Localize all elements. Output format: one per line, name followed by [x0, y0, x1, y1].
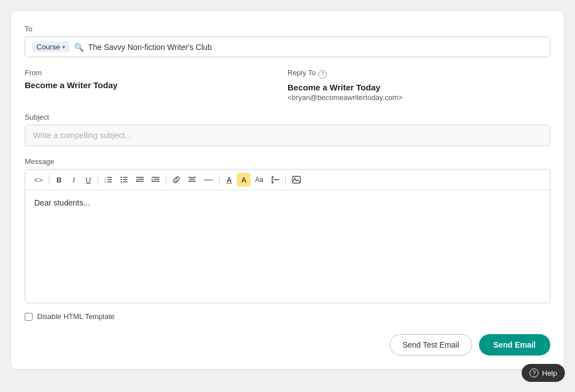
svg-rect-23 [273, 179, 279, 180]
toolbar-line-height-btn[interactable] [268, 173, 282, 186]
toolbar-bold-btn[interactable]: B [52, 173, 66, 186]
course-dropdown-arrow: ▾ [62, 44, 65, 50]
footer-actions: Send Test Email Send Email [25, 334, 550, 355]
subject-input[interactable] [25, 125, 550, 146]
help-fab-label: Help [542, 369, 557, 377]
to-label: To [25, 25, 550, 33]
disable-html-row: Disable HTML Template [25, 312, 550, 321]
svg-rect-13 [138, 179, 144, 180]
toolbar-font-size-btn[interactable]: Aa [252, 173, 267, 186]
reply-to-label-row: Reply To ? [288, 69, 550, 80]
toolbar-sep-5 [285, 175, 286, 185]
from-section: From Become a Writer Today [25, 69, 288, 102]
toolbar-indent-btn[interactable] [148, 173, 163, 186]
disable-html-label: Disable HTML Template [37, 312, 115, 321]
to-search-input[interactable] [88, 43, 543, 52]
toolbar-list-unordered-btn[interactable] [117, 173, 131, 186]
reply-to-section: Reply To ? Become a Writer Today <bryan@… [288, 69, 550, 102]
svg-rect-0 [107, 177, 112, 178]
svg-rect-17 [154, 179, 159, 180]
toolbar-hr-btn[interactable]: — [200, 173, 216, 186]
svg-point-9 [121, 177, 122, 178]
send-test-email-button[interactable]: Send Test Email [390, 334, 472, 355]
toolbar-bg-color-btn[interactable]: A [237, 173, 250, 186]
reply-to-label: Reply To [288, 69, 316, 77]
help-fab[interactable]: ? Help [522, 364, 565, 382]
editor-body[interactable]: Dear students... [25, 190, 550, 303]
svg-rect-21 [189, 179, 195, 180]
course-badge[interactable]: Course ▾ [32, 42, 70, 52]
to-row: Course ▾ 🔍 [25, 37, 550, 57]
from-reply-row: From Become a Writer Today Reply To ? Be… [25, 69, 550, 102]
toolbar-image-btn[interactable] [289, 173, 304, 186]
toolbar-sep-3 [166, 175, 166, 185]
subject-label: Subject [25, 113, 550, 121]
svg-rect-8 [123, 181, 127, 183]
toolbar-sep-2 [98, 175, 98, 185]
svg-rect-16 [152, 177, 159, 178]
toolbar-code-btn[interactable]: <> [31, 173, 46, 186]
svg-rect-26 [272, 177, 273, 182]
svg-rect-18 [152, 181, 159, 182]
svg-rect-12 [136, 177, 144, 178]
editor-container: <> B I U 1 2 3 [25, 169, 550, 303]
svg-marker-24 [271, 176, 274, 177]
subject-section: Subject [25, 113, 550, 146]
svg-rect-2 [107, 181, 112, 183]
to-section: To Course ▾ 🔍 [25, 25, 550, 57]
disable-html-checkbox[interactable] [25, 313, 33, 321]
toolbar-underline-btn[interactable]: U [81, 173, 95, 186]
search-icon: 🔍 [74, 43, 84, 52]
toolbar-link-btn[interactable] [169, 173, 184, 186]
toolbar-align-btn[interactable] [185, 173, 199, 186]
svg-rect-1 [107, 179, 112, 180]
svg-point-11 [121, 181, 122, 183]
send-email-button[interactable]: Send Email [479, 334, 550, 355]
svg-marker-15 [136, 179, 138, 181]
toolbar-sep-4 [219, 175, 220, 185]
editor-toolbar: <> B I U 1 2 3 [25, 170, 550, 190]
reply-to-help-icon[interactable]: ? [318, 70, 327, 79]
svg-rect-6 [123, 177, 127, 178]
svg-text:3: 3 [104, 181, 106, 184]
toolbar-list-ordered-btn[interactable]: 1 2 3 [101, 173, 116, 186]
email-compose-card: To Course ▾ 🔍 From Become a Writer Today… [11, 11, 564, 369]
svg-marker-25 [271, 182, 274, 184]
from-label: From [25, 69, 288, 77]
svg-marker-19 [152, 179, 153, 181]
from-name: Become a Writer Today [25, 80, 288, 90]
reply-to-email: <bryan@becomeawritertoday.com> [288, 93, 550, 102]
svg-rect-14 [136, 181, 144, 182]
svg-rect-27 [293, 176, 300, 183]
toolbar-sep-1 [49, 175, 49, 185]
editor-body-text: Dear students... [34, 198, 90, 207]
toolbar-outdent-btn[interactable] [133, 173, 147, 186]
message-section: Message <> B I U 1 2 3 [25, 157, 550, 303]
svg-rect-7 [123, 179, 127, 180]
svg-rect-20 [188, 177, 196, 178]
reply-to-name: Become a Writer Today [288, 83, 550, 92]
message-label: Message [25, 157, 550, 166]
svg-rect-22 [188, 181, 196, 182]
course-badge-label: Course [36, 43, 60, 51]
help-fab-icon: ? [530, 368, 539, 377]
toolbar-font-color-btn[interactable]: A [222, 173, 236, 186]
toolbar-italic-btn[interactable]: I [67, 173, 80, 186]
svg-point-10 [121, 179, 122, 180]
